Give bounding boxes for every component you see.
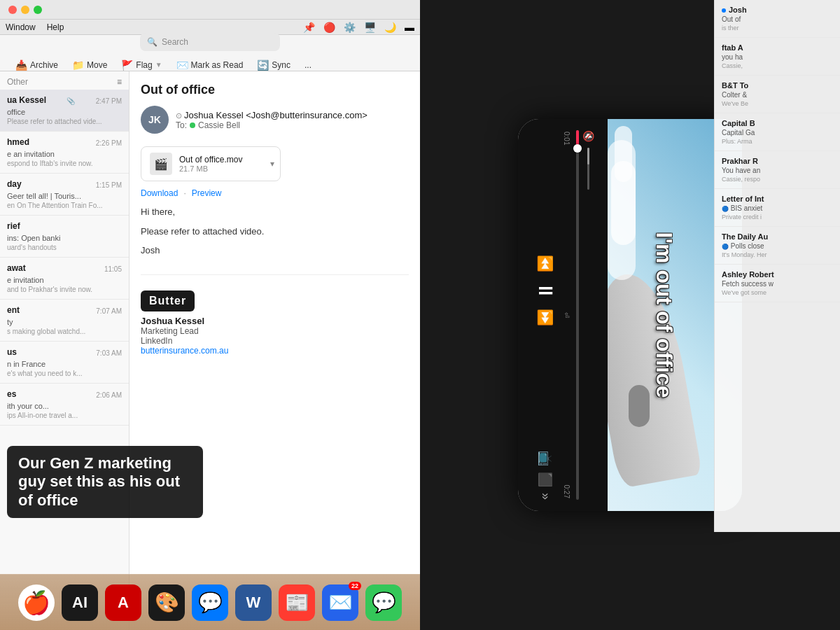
email-subject-3: ins: Open banki (7, 234, 122, 242)
volume-icon[interactable]: 🔇 (583, 130, 594, 142)
close-button[interactable] (8, 6, 17, 14)
menu-icon-gear: ⚙️ (344, 22, 356, 33)
email-subject-5: ty (7, 318, 122, 326)
email-item-4[interactable]: awat 11:05 e invitation and to Prakhar's… (0, 258, 129, 300)
attachment-dropdown-icon[interactable]: ▾ (270, 159, 274, 169)
sync-button[interactable]: 🔄 Sync (251, 57, 296, 74)
email-preview-0: Please refer to attached vide... (7, 118, 122, 125)
sig-website[interactable]: butterinsurance.com.au (141, 346, 409, 356)
sidebar-section-header: Other ≡ (0, 71, 129, 90)
search-placeholder: Search (162, 37, 188, 47)
move-label: Move (87, 60, 107, 70)
total-time: 0:27 (563, 485, 570, 498)
play-pause-button[interactable]: ⏸ (534, 281, 557, 300)
more-button[interactable]: ... (299, 57, 317, 73)
email-item-6[interactable]: us 7:03 AM n in France e's what you need… (0, 342, 129, 384)
maximize-button[interactable] (34, 6, 42, 14)
mark-read-icon: ✉️ (176, 59, 188, 71)
move-button[interactable]: 📁 Move (66, 57, 113, 74)
caption-text: Our Gen Z marketing guy set this as his … (18, 454, 180, 509)
toolbar-actions-row: 📥 Archive 📁 Move 🚩 Flag ▼ ✉️ Mark as Rea… (7, 57, 413, 74)
email-item-0[interactable]: ua Kessel 📎 2:47 PM office Please refer … (0, 90, 129, 132)
progress-bar[interactable] (576, 130, 579, 500)
airplay-button[interactable]: 📺 (538, 451, 554, 466)
email-item-5[interactable]: ent 7:07 AM ty s making global watchd... (0, 300, 129, 342)
dock-item-chatgpt[interactable]: AI (62, 584, 98, 621)
wing-engine (629, 385, 650, 427)
email-list: ua Kessel 📎 2:47 PM office Please refer … (0, 90, 129, 630)
email-reading-pane: Out of office JK ⊙ Joshua Kessel <Josh@b… (130, 71, 420, 630)
mark-as-read-button[interactable]: ✉️ Mark as Read (171, 57, 249, 74)
attachment-indicator-0: 📎 (66, 97, 75, 105)
dock-item-acrobat[interactable]: A (105, 584, 141, 621)
dock-item-word[interactable]: W (235, 584, 272, 621)
right-email-5[interactable]: Letter of Int 🔵 BIS anxiet Private credi… (715, 189, 840, 227)
flag-button[interactable]: 🚩 Flag ▼ (115, 57, 167, 74)
dock-item-messenger[interactable]: 💬 (192, 584, 228, 621)
right-email-1[interactable]: ftab A you ha Cassie, (715, 38, 840, 76)
progress-knob[interactable] (573, 144, 582, 153)
email-to-row: To: Cassie Bell (176, 120, 409, 130)
dock-item-mail[interactable]: ✉️ 22 (322, 584, 358, 621)
archive-button[interactable]: 📥 Archive (10, 57, 64, 74)
phone-device: I'm out of office 🔇 0:01 (518, 119, 742, 511)
move-icon: 📁 (72, 59, 84, 71)
attachment-actions: Download · Preview (141, 188, 409, 198)
chatgpt-icon: AI (72, 594, 88, 612)
right-email-4[interactable]: Prakhar R You have an Cassie, respo (715, 151, 840, 189)
search-icon: 🔍 (147, 37, 158, 47)
mail-badge: 22 (349, 582, 361, 590)
menu-window[interactable]: Window (6, 22, 36, 32)
right-email-3[interactable]: Capital B Capital Ga Plus: Arma (715, 113, 840, 151)
rewind-button[interactable]: ⏪ (538, 255, 554, 272)
caption-overlay: Our Gen Z marketing guy set this as his … (7, 446, 203, 518)
email-subject-title: Out of office (141, 83, 409, 97)
flag-icon: 🚩 (121, 59, 133, 71)
menu-help[interactable]: Help (47, 22, 64, 32)
acrobat-icon: A (118, 594, 129, 612)
toolbar: 🔍 Search 📥 Archive 📁 Move 🚩 Flag ▼ (0, 35, 420, 71)
email-preview-2: en On The Attention Train Fo... (7, 202, 122, 209)
sync-label: Sync (272, 60, 290, 70)
pip-button[interactable]: ⬛ (538, 472, 554, 487)
dock-item-figma[interactable]: 🎨 (148, 584, 185, 621)
download-link[interactable]: Download (141, 188, 178, 198)
right-email-2[interactable]: B&T To Colter & We've Be (715, 76, 840, 113)
right-email-0[interactable]: Josh Out of is ther (715, 0, 840, 38)
toolbar-search-row: 🔍 Search (7, 33, 413, 54)
right-email-6[interactable]: The Daily Au 🔵 Polls close It's Monday. … (715, 227, 840, 265)
email-subject-6: n in France (7, 360, 122, 368)
sig-title: Marketing Lead (141, 326, 409, 336)
sig-name: Joshua Kessel (141, 316, 409, 326)
email-subject-2: Geer tell all! | Touris... (7, 192, 122, 200)
to-name: Cassie Bell (198, 120, 240, 130)
email-item-3[interactable]: rief ins: Open banki uard's handouts (0, 216, 129, 258)
figma-icon: 🎨 (155, 591, 179, 614)
minimize-button[interactable] (21, 6, 29, 14)
dock-item-apple[interactable]: 🍎 (18, 584, 55, 621)
player-controls-row: ⏪ ⏸ ⏩ 📺 ⬛ » (531, 130, 560, 500)
dock-item-messages[interactable]: 💬 (365, 584, 402, 621)
right-email-7[interactable]: Ashley Robert Fetch success w We've got … (715, 265, 840, 302)
messenger-icon: 💬 (198, 591, 223, 614)
preview-link[interactable]: Preview (192, 188, 222, 198)
mail-icon: ✉️ (328, 591, 353, 614)
dock-item-news[interactable]: 📰 (279, 584, 315, 621)
email-item-2[interactable]: day 1:15 PM Geer tell all! | Touris... e… (0, 174, 129, 216)
fast-forward-button[interactable]: ⏩ (538, 309, 554, 326)
volume-bar[interactable] (588, 148, 590, 190)
email-sender-3: rief (7, 221, 20, 231)
fullscreen-button[interactable]: » (538, 493, 553, 500)
attachment-name: Out of office.mov (179, 155, 243, 164)
blue-dot-small: 🔵 (722, 206, 729, 212)
news-icon: 📰 (285, 591, 309, 614)
filter-icon[interactable]: ≡ (117, 77, 122, 87)
attachment-box[interactable]: 🎬 Out of office.mov 21.7 MB ▾ (141, 146, 281, 181)
search-box[interactable]: 🔍 Search (140, 33, 280, 51)
seek-icon: ⏎ (563, 312, 570, 318)
archive-label: Archive (30, 60, 58, 70)
online-indicator (190, 122, 195, 128)
email-item-7[interactable]: es 2:06 AM ith your co... ips All-in-one… (0, 384, 129, 426)
email-item-1[interactable]: hmed 2:26 PM e an invitation espond to I… (0, 132, 129, 174)
email-time-7: 2:06 AM (96, 391, 122, 399)
